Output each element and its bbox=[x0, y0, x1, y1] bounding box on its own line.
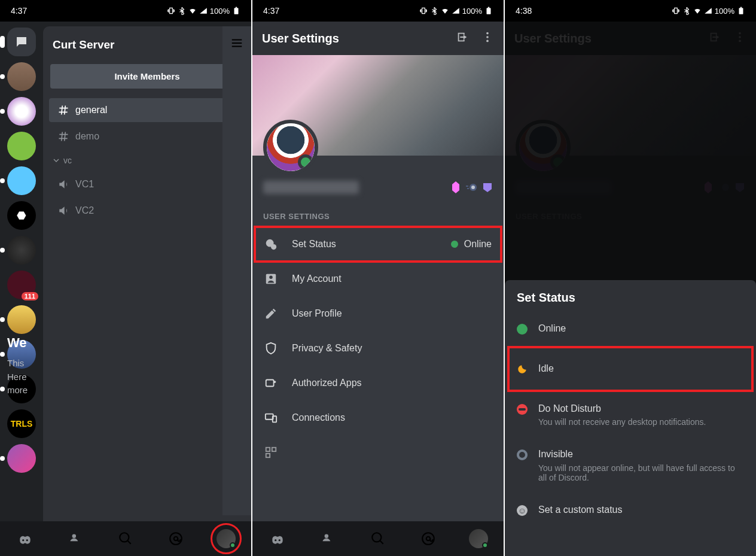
set-status-row[interactable]: Set Status Online bbox=[252, 227, 504, 262]
at-icon bbox=[420, 531, 436, 546]
status-option-invisible[interactable]: Invisible You will not appear online, bu… bbox=[505, 437, 756, 493]
shield-icon bbox=[264, 342, 278, 355]
channel-panel: Curt Server Invite Members general demo bbox=[43, 26, 251, 556]
speaker-icon bbox=[57, 178, 69, 190]
server-icon[interactable] bbox=[7, 62, 36, 91]
svg-point-28 bbox=[422, 533, 434, 545]
profile-banner bbox=[252, 55, 504, 156]
search-tab[interactable] bbox=[115, 528, 136, 549]
dm-button[interactable] bbox=[7, 28, 36, 56]
user-profile-row[interactable]: User Profile bbox=[252, 296, 504, 331]
friends-tab[interactable] bbox=[317, 528, 339, 549]
svg-rect-1 bbox=[236, 7, 237, 8]
bottom-nav bbox=[252, 521, 504, 556]
logout-button[interactable] bbox=[456, 31, 469, 47]
page-title: User Settings bbox=[262, 32, 339, 45]
channel-general[interactable]: general bbox=[49, 98, 245, 122]
dnd-icon bbox=[517, 404, 528, 415]
server-icon[interactable]: ⬣ bbox=[7, 201, 36, 230]
hamburger-button[interactable] bbox=[222, 26, 251, 60]
search-icon bbox=[370, 531, 386, 546]
status-icons: 100% bbox=[419, 7, 493, 16]
server-icon[interactable] bbox=[7, 340, 36, 369]
server-icon[interactable] bbox=[7, 132, 36, 160]
signal-icon bbox=[704, 7, 712, 15]
profile-tab[interactable] bbox=[468, 528, 489, 549]
discord-tab[interactable] bbox=[14, 528, 36, 549]
server-icon[interactable] bbox=[7, 375, 36, 403]
profile-tab[interactable] bbox=[215, 528, 237, 549]
server-icon[interactable]: 111 bbox=[7, 271, 36, 299]
key-icon bbox=[264, 376, 278, 390]
wifi-icon bbox=[188, 7, 197, 15]
sheet-title: Set Status bbox=[505, 280, 756, 312]
server-name: Curt Server bbox=[53, 38, 115, 51]
profile-avatar[interactable] bbox=[263, 120, 318, 175]
authorized-apps-row[interactable]: Authorized Apps bbox=[252, 366, 504, 400]
vibrate-icon bbox=[167, 7, 175, 15]
svg-rect-31 bbox=[740, 7, 742, 8]
server-rail: ⬣ 111 TRLS bbox=[0, 22, 43, 556]
channel-demo[interactable]: demo bbox=[49, 124, 245, 148]
status-sheet: Set Status Online Idle bbox=[505, 280, 756, 556]
svg-point-6 bbox=[170, 533, 182, 545]
hypesquad-badge-icon bbox=[482, 182, 493, 193]
exit-icon bbox=[456, 31, 469, 44]
category-vc[interactable]: vc bbox=[43, 150, 251, 171]
svg-rect-15 bbox=[466, 186, 468, 187]
svg-point-18 bbox=[271, 244, 276, 250]
notification-badge: 111 bbox=[22, 292, 38, 300]
server-icon[interactable] bbox=[7, 97, 36, 126]
more-button[interactable] bbox=[481, 31, 494, 47]
friends-tab[interactable] bbox=[65, 528, 86, 549]
boost-badge-icon bbox=[451, 181, 461, 193]
battery-icon bbox=[737, 7, 745, 15]
mentions-tab[interactable] bbox=[165, 528, 187, 549]
voice-channel-vc2[interactable]: VC2 bbox=[49, 199, 245, 223]
settings-header: User Settings bbox=[252, 22, 504, 55]
status-bar: 4:37 100% bbox=[252, 0, 504, 22]
speaker-icon bbox=[57, 205, 69, 217]
status-value: Online bbox=[464, 239, 492, 250]
mentions-tab[interactable] bbox=[417, 528, 439, 549]
status-bar: 4:37 100% bbox=[0, 0, 251, 22]
qr-code-row[interactable] bbox=[252, 435, 504, 470]
devices-icon bbox=[264, 411, 278, 424]
bluetooth-icon bbox=[178, 7, 186, 15]
emoji-icon bbox=[517, 505, 528, 516]
status-option-online[interactable]: Online bbox=[505, 312, 756, 346]
at-icon bbox=[168, 531, 184, 546]
status-option-idle[interactable]: Idle bbox=[505, 346, 756, 392]
qr-icon bbox=[264, 446, 278, 459]
server-icon[interactable] bbox=[7, 444, 36, 473]
status-option-dnd[interactable]: Do Not Disturb You will not receive any … bbox=[505, 392, 756, 438]
friend-wave-icon bbox=[68, 531, 83, 546]
discord-tab[interactable] bbox=[267, 528, 288, 549]
content-peek bbox=[222, 26, 251, 515]
signal-icon bbox=[199, 7, 208, 15]
battery-percent: 100% bbox=[210, 7, 230, 16]
server-icon[interactable] bbox=[7, 305, 36, 334]
server-icon[interactable] bbox=[7, 166, 36, 195]
connections-row[interactable]: Connections bbox=[252, 400, 504, 435]
battery-icon bbox=[232, 7, 240, 15]
invisible-icon bbox=[517, 449, 528, 460]
voice-channel-vc1[interactable]: VC1 bbox=[49, 172, 245, 196]
search-tab[interactable] bbox=[367, 528, 389, 549]
battery-icon bbox=[484, 7, 493, 15]
status-option-custom[interactable]: Set a custom status bbox=[505, 493, 756, 527]
account-icon bbox=[264, 272, 278, 285]
chevron-down-icon bbox=[51, 156, 61, 165]
online-dot-icon bbox=[517, 324, 528, 335]
my-account-row[interactable]: My Account bbox=[252, 262, 504, 296]
svg-rect-8 bbox=[487, 8, 491, 14]
server-icon[interactable] bbox=[7, 236, 36, 265]
chat-bubble-icon bbox=[14, 35, 29, 49]
vibrate-icon bbox=[419, 7, 428, 15]
more-vertical-icon bbox=[481, 31, 494, 44]
invite-members-button[interactable]: Invite Members bbox=[50, 64, 244, 89]
privacy-safety-row[interactable]: Privacy & Safety bbox=[252, 331, 504, 366]
server-icon[interactable]: TRLS bbox=[7, 409, 36, 438]
signal-icon bbox=[452, 7, 460, 15]
status-dot-icon bbox=[451, 241, 458, 248]
